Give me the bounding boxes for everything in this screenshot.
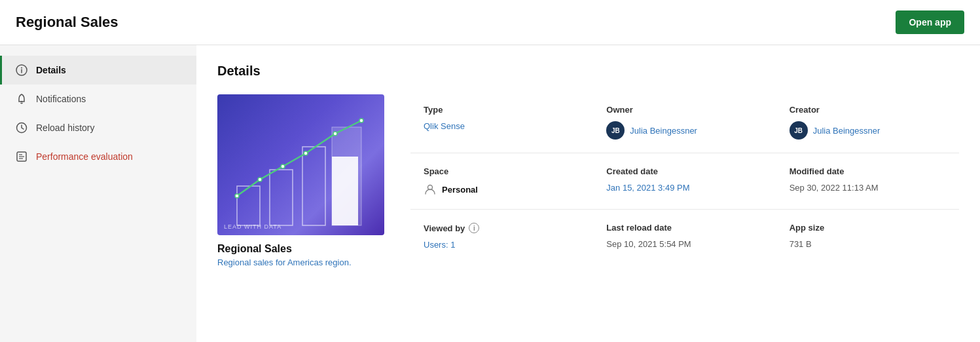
sidebar-item-reload-history[interactable]: Reload history [0,113,196,142]
last-reload-value: Sep 10, 2021 5:54 PM [606,239,763,249]
space-cell: Space Personal [410,156,593,206]
svg-point-18 [359,119,363,123]
viewed-by-label-row: Viewed by i [424,223,580,233]
details-info-grid: Type Qlik Sense Owner JB Julia Beingessn… [410,94,959,267]
svg-point-16 [304,151,308,155]
space-row: Personal [424,183,580,196]
info-icon [15,64,28,77]
viewed-by-value[interactable]: Users: 1 [424,240,580,250]
created-date-label: Created date [606,166,763,176]
svg-point-17 [333,132,337,136]
sidebar-item-details[interactable]: Details [0,56,196,85]
details-body: LEAD WITH DATA Regional Sales Regional s… [217,94,959,267]
app-thumbnail-section: LEAD WITH DATA Regional Sales Regional s… [217,94,384,267]
app-size-value: 731 B [789,239,946,249]
performance-icon [15,150,28,163]
svg-point-14 [258,178,262,181]
created-date-cell: Created date Jan 15, 2021 3:49 PM [593,156,776,206]
app-description: Regional sales for Americas region. [217,257,384,267]
section-title: Details [217,64,959,79]
divider-2 [410,209,959,210]
type-label: Type [424,105,580,115]
history-icon [15,121,28,134]
sidebar-item-notifications-label: Notifications [36,94,86,104]
top-bar: Regional Sales Open app [0,0,980,45]
owner-avatar: JB [606,121,625,140]
type-value[interactable]: Qlik Sense [424,121,580,131]
owner-cell: Owner JB Julia Beingessner [593,94,776,150]
owner-label: Owner [606,105,763,115]
page-title: Regional Sales [16,14,118,31]
thumbnail-label: LEAD WITH DATA [224,223,281,230]
sidebar-item-notifications[interactable]: Notifications [0,85,196,113]
sidebar-item-performance-label: Performance evaluation [36,151,133,162]
divider-1 [410,153,959,153]
sidebar-item-reload-history-label: Reload history [36,123,95,133]
owner-name[interactable]: Julia Beingessner [630,126,697,136]
app-size-label: App size [789,223,946,233]
app-thumbnail-image: LEAD WITH DATA [217,94,384,235]
modified-date-cell: Modified date Sep 30, 2022 11:13 AM [776,156,959,206]
created-date-value: Jan 15, 2021 3:49 PM [606,183,763,193]
sidebar: Details Notifications Reload history [0,45,196,342]
sidebar-item-details-label: Details [36,65,66,75]
owner-row: JB Julia Beingessner [606,121,763,140]
modified-date-value: Sep 30, 2022 11:13 AM [789,183,946,193]
creator-cell: Creator JB Julia Beingessner [776,94,959,150]
creator-name[interactable]: Julia Beingessner [813,126,880,136]
app-size-cell: App size 731 B [776,212,959,260]
svg-rect-11 [302,147,325,225]
modified-date-label: Modified date [789,166,946,176]
viewed-by-cell: Viewed by i Users: 1 [410,212,593,260]
creator-row: JB Julia Beingessner [789,121,946,140]
last-reload-label: Last reload date [606,223,763,233]
viewed-by-info-icon[interactable]: i [469,223,479,233]
main-layout: Details Notifications Reload history [0,45,980,342]
svg-rect-10 [270,170,293,225]
last-reload-cell: Last reload date Sep 10, 2021 5:54 PM [593,212,776,260]
sidebar-item-performance[interactable]: Performance evaluation [0,142,196,171]
app-name: Regional Sales [217,243,384,255]
personal-space-icon [424,183,437,196]
space-value: Personal [442,185,478,195]
space-label: Space [424,166,580,176]
bell-icon [15,92,28,105]
viewed-by-label: Viewed by [424,223,465,233]
svg-point-15 [281,164,285,168]
creator-avatar: JB [789,121,808,140]
open-app-button[interactable]: Open app [896,10,964,34]
svg-point-2 [21,67,22,69]
creator-label: Creator [789,105,946,115]
main-content: Details [196,45,980,342]
type-cell: Type Qlik Sense [410,94,593,150]
svg-rect-9 [237,186,260,225]
svg-rect-19 [332,157,358,225]
svg-point-13 [235,194,239,198]
